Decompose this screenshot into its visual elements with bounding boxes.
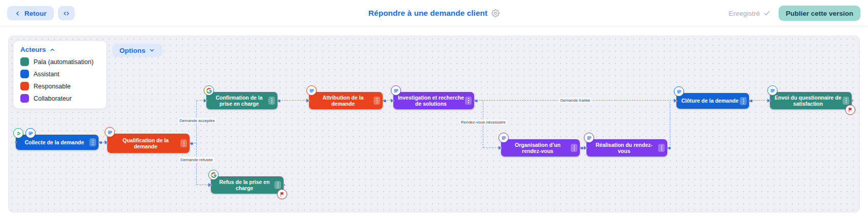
legend-items: Pala (automatisation)AssistantResponsabl… [20, 57, 100, 103]
connection-port-right[interactable] [277, 100, 279, 102]
edge-line [197, 184, 208, 185]
node-badges [674, 86, 684, 97]
workflow-node-realisation[interactable]: Réalisation du rendez-vous [586, 139, 667, 157]
node-label: Refus de la prise en charge [215, 179, 274, 192]
settings-gear-icon[interactable] [491, 9, 500, 17]
connection-port-right[interactable] [283, 184, 285, 186]
connection-port-left[interactable] [500, 147, 502, 149]
google-icon[interactable] [208, 170, 219, 180]
connection-port-right[interactable] [579, 147, 581, 149]
workflow-node-refus[interactable]: Refus de la prise en charge [211, 176, 284, 194]
workflow-node-cloture[interactable]: Clôture de la demande [676, 93, 749, 109]
edge-line [279, 100, 306, 101]
edge-condition-label: Demande refusée [179, 157, 214, 163]
node-label: Qualification de la demande [111, 137, 180, 150]
connection-port-right[interactable] [474, 100, 476, 102]
play-icon[interactable] [13, 128, 23, 138]
node-menu-button[interactable] [465, 97, 472, 105]
workflow-node-confirmation[interactable]: Confirmation de la prise en charge [206, 92, 277, 109]
node-badges [391, 85, 401, 96]
diagram-layer: Demande acceptéeDemande refuséeRendez-vo… [8, 36, 860, 212]
node-badges [499, 133, 509, 143]
chat-lines-icon[interactable] [391, 85, 401, 96]
node-menu-button[interactable] [180, 139, 187, 147]
chevron-left-icon [14, 10, 21, 17]
legend-item-label: Collaborateur [34, 95, 72, 102]
chat-lines-icon[interactable] [499, 133, 509, 143]
connection-port-left[interactable] [769, 100, 771, 102]
workflow-node-qualification[interactable]: Qualification de la demande [107, 134, 190, 153]
node-badges [13, 128, 36, 138]
connection-port-right[interactable] [667, 147, 669, 149]
back-button[interactable]: Retour [7, 6, 54, 20]
workflow-canvas[interactable]: Demande acceptéeDemande refuséeRendez-vo… [8, 36, 860, 212]
save-status-label: Enregistré [729, 10, 760, 17]
node-menu-button[interactable] [374, 97, 380, 105]
node-menu-button[interactable] [268, 97, 275, 105]
options-button[interactable]: Options [112, 44, 162, 57]
connection-port-left[interactable] [210, 184, 212, 186]
node-label: Clôture de la demande [680, 98, 739, 104]
node-badges [208, 170, 219, 180]
node-label: Confirmation de la prise en charge [210, 95, 268, 107]
top-bar-right: Enregistré Publier cette version [729, 0, 860, 26]
legend-collapse-toggle[interactable]: Acteurs [20, 46, 100, 53]
google-icon[interactable] [204, 85, 214, 96]
workflow-node-investigation[interactable]: Investigation et recherche de solutions [393, 92, 474, 109]
connection-port-right[interactable] [851, 100, 853, 102]
node-menu-button[interactable] [740, 97, 747, 105]
node-badges [204, 85, 214, 96]
chat-lines-icon[interactable] [584, 133, 594, 143]
edge-line [196, 143, 197, 185]
edge-condition-label: Demande traitée [559, 98, 592, 103]
options-button-label: Options [119, 47, 145, 54]
edge-line [197, 100, 204, 101]
connection-port-left[interactable] [106, 142, 108, 144]
node-label: Attribution de la demande [313, 95, 373, 107]
workflow-node-envoi[interactable]: Envoi du questionnaire de satisfaction [770, 92, 852, 109]
connection-port-left[interactable] [205, 100, 207, 102]
flag-icon[interactable] [845, 105, 855, 115]
connection-port-right[interactable] [749, 100, 751, 102]
edge-condition-label: Rendez-vous nécessaire [459, 119, 507, 125]
node-menu-button[interactable] [89, 138, 96, 146]
workflow-node-attribution[interactable]: Attribution de la demande [309, 92, 383, 109]
connection-port-left[interactable] [15, 141, 17, 143]
legend-color-swatch [20, 70, 29, 78]
connection-port-left[interactable] [308, 100, 310, 102]
chat-lines-icon[interactable] [674, 86, 684, 97]
chat-lines-icon[interactable] [105, 127, 115, 137]
node-label: Investigation et recherche de solutions [397, 95, 464, 107]
connection-port-left[interactable] [675, 100, 677, 102]
legend-title: Acteurs [20, 46, 46, 53]
connection-port-left[interactable] [392, 100, 394, 102]
workflow-node-collecte[interactable]: Collecte de la demande [16, 135, 99, 150]
workflow-node-organisation[interactable]: Organisation d’un rendez-vous [501, 139, 580, 157]
connection-port-right[interactable] [382, 100, 384, 102]
chevron-up-icon [49, 47, 55, 53]
edge-condition-label: Demande acceptée [178, 118, 216, 124]
connection-port-right[interactable] [98, 141, 100, 143]
node-menu-button[interactable] [843, 97, 849, 105]
legend-item-label: Pala (automatisation) [34, 58, 94, 66]
edge-line [483, 147, 499, 148]
code-view-button[interactable] [58, 6, 75, 20]
node-label: Organisation d’un rendez-vous [505, 142, 570, 155]
chat-lines-icon[interactable] [25, 128, 36, 138]
edge-line [751, 100, 767, 101]
legend-item-label: Responsable [34, 83, 71, 90]
legend-item-pala: Pala (automatisation) [20, 57, 100, 66]
flag-icon[interactable] [277, 189, 287, 199]
connection-port-left[interactable] [585, 147, 587, 149]
publish-button[interactable]: Publier cette version [779, 6, 860, 21]
node-badges [767, 85, 778, 96]
top-bar: Retour Répondre à une demande client Enr… [0, 0, 868, 26]
node-menu-button[interactable] [658, 144, 665, 152]
connection-port-right[interactable] [189, 142, 191, 144]
back-button-label: Retour [24, 10, 47, 17]
chat-lines-icon[interactable] [767, 85, 778, 96]
node-menu-button[interactable] [274, 181, 281, 189]
legend-item-collaborateur: Collaborateur [20, 94, 100, 103]
chat-lines-icon[interactable] [306, 85, 317, 96]
node-menu-button[interactable] [571, 144, 577, 152]
